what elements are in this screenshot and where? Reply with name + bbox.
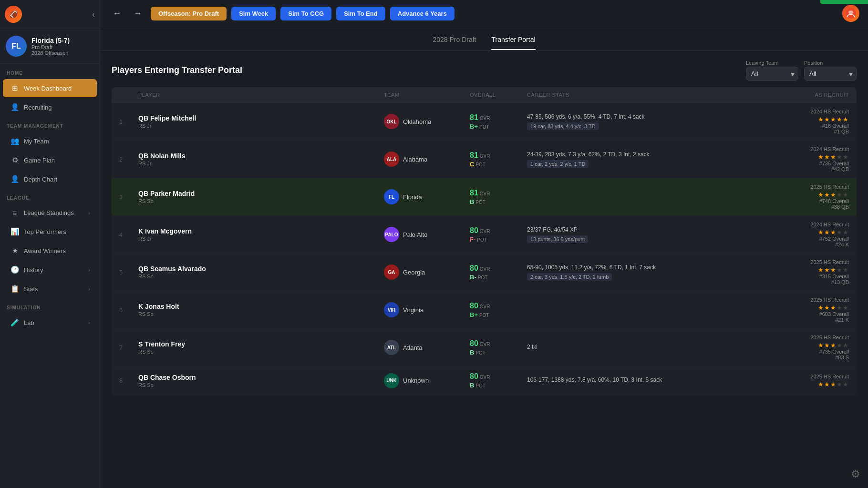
sidebar-item-recruiting[interactable]: 👤 Recruiting: [3, 98, 97, 116]
player-cell: QB Felipe Mitchell RS Jr: [138, 114, 384, 129]
sidebar-item-label: Lab: [24, 319, 34, 326]
player-class: RS Jr: [138, 161, 384, 166]
recruit-rank-overall: #18 Overall: [773, 123, 849, 129]
back-button[interactable]: ←: [109, 7, 125, 20]
col-player: Player: [138, 92, 384, 98]
table-row[interactable]: 1 QB Felipe Mitchell RS Jr OKL Oklahoma …: [112, 103, 857, 141]
ovr-label: OVR: [480, 229, 490, 234]
pot-label: POT: [479, 313, 489, 318]
player-name: QB Chase Osborn: [138, 374, 384, 381]
row-number: 4: [119, 231, 138, 238]
ovr-value: 81: [470, 189, 478, 197]
row-number: 7: [119, 344, 138, 351]
stars: ★★★★★: [773, 191, 849, 198]
sidebar-item-lab[interactable]: 🧪 Lab ›: [3, 314, 97, 332]
recruit-rank-pos: #24 K: [773, 242, 849, 247]
team-cell: FL Florida: [384, 189, 470, 204]
ovr-label: OVR: [480, 342, 490, 347]
team-cell: GA Georgia: [384, 264, 470, 280]
sidebar-item-label: Week Dashboard: [24, 85, 72, 92]
row-number: 2: [119, 156, 138, 163]
recruit-cell: 2024 HS Recruit ★★★★★ #735 Overall #42 Q…: [773, 146, 849, 172]
pot-label: POT: [475, 200, 486, 205]
stats-cell: 47-85, 506 yds, 6 y/a, 55%, 4 TD, 7 Int,…: [527, 113, 773, 130]
recruit-cell: 2024 HS Recruit ★★★★★ #752 Overall #24 K: [773, 222, 849, 247]
pot-row: B+ POT: [470, 311, 527, 318]
tab-bar: 2028 Pro Draft Transfer Portal: [100, 27, 868, 51]
sim-end-button[interactable]: Sim To End: [336, 7, 385, 20]
table-row[interactable]: 5 QB Seamus Alvarado RS So GA Georgia 80…: [112, 254, 857, 291]
ovr-label: OVR: [480, 266, 490, 272]
overall-cell: 80 OVR F- POT: [470, 226, 527, 243]
sim-week-button[interactable]: Sim Week: [231, 7, 276, 20]
recruit-cell: 2025 HS Recruit ★★★★★ #735 Overall #83 S: [773, 335, 849, 360]
stars: ★★★★★: [773, 116, 849, 123]
team-name-cell: Florida: [403, 193, 422, 201]
player-class: RS So: [138, 349, 384, 355]
section-label-home: HOME: [0, 64, 100, 79]
sidebar-item-top-performers[interactable]: 📊 Top Performers: [3, 223, 97, 241]
table-row[interactable]: 3 QB Parker Madrid RS So FL Florida 81 O…: [112, 178, 857, 216]
pot-row: B POT: [470, 349, 527, 356]
player-cell: QB Chase Osborn RS So: [138, 374, 384, 388]
ovr-row: 80 OVR: [470, 372, 527, 381]
ovr-row: 80 OVR: [470, 302, 527, 310]
team-name: Florida (5-7): [31, 37, 70, 44]
player-name: QB Seamus Alvarado: [138, 265, 384, 273]
sidebar-item-label: Top Performers: [24, 228, 66, 235]
recruit-rank-pos: #38 QB: [773, 204, 849, 210]
offseason-button[interactable]: Offseason: Pro Draft: [151, 7, 227, 20]
recruit-rank-pos: #1 QB: [773, 129, 849, 134]
position-filter-group: Position All: [804, 60, 857, 81]
player-name: QB Felipe Mitchell: [138, 114, 384, 122]
stats-cell: 106-177, 1388 yds, 7.8 y/a, 60%, 10 TD, …: [527, 376, 773, 385]
ovr-value: 80: [470, 302, 478, 310]
sidebar-item-award-winners[interactable]: ★ Award Winners: [3, 242, 97, 260]
team-badge: GA: [384, 264, 399, 280]
pot-row: B+ POT: [470, 123, 527, 130]
player-cell: QB Nolan Mills RS Jr: [138, 152, 384, 166]
advance-button[interactable]: Advance 6 Years: [390, 7, 455, 20]
settings-button[interactable]: ⚙: [851, 468, 860, 480]
sim-ccg-button[interactable]: Sim To CCG: [280, 7, 331, 20]
tab-pro-draft[interactable]: 2028 Pro Draft: [433, 33, 476, 50]
players-table: Player Team Overall Career Stats As Recr…: [112, 87, 857, 395]
table-row[interactable]: 4 K Ivan Mcgovern RS Jr PALO Palo Alto 8…: [112, 216, 857, 254]
pot-label: POT: [475, 162, 486, 167]
table-row[interactable]: 8 QB Chase Osborn RS So UNK Unknown 80 O…: [112, 366, 857, 395]
sidebar-item-game-plan[interactable]: ⚙ Game Plan: [3, 151, 97, 169]
overall-cell: 80 OVR B- POT: [470, 264, 527, 281]
topbar-right: [842, 5, 859, 22]
sidebar-collapse-button[interactable]: ‹: [92, 10, 95, 20]
ovr-row: 81 OVR: [470, 151, 527, 160]
pot-row: B- POT: [470, 274, 527, 281]
table-row[interactable]: 7 S Trenton Frey RS So ATL Atlanta 80 OV…: [112, 329, 857, 366]
recruit-year: 2025 HS Recruit: [773, 184, 849, 190]
sidebar-item-my-team[interactable]: 👥 My Team: [3, 132, 97, 150]
table-row[interactable]: 6 K Jonas Holt RS So VIR Virginia 80 OVR…: [112, 291, 857, 329]
sidebar-item-league-standings[interactable]: ≡ League Standings ›: [3, 204, 97, 222]
league-standings-icon: ≡: [10, 209, 20, 217]
position-select[interactable]: All: [804, 67, 857, 81]
forward-button[interactable]: →: [130, 7, 146, 20]
stars: ★★★★★: [773, 266, 849, 274]
sidebar-item-label: Award Winners: [24, 247, 66, 254]
row-number: 1: [119, 118, 138, 125]
player-cell: QB Seamus Alvarado RS So: [138, 265, 384, 279]
team-badge: VIR: [384, 302, 399, 317]
pot-row: C POT: [470, 161, 527, 168]
leaving-team-select[interactable]: All: [746, 67, 798, 81]
team-sub1: Pro Draft: [31, 44, 70, 50]
pot-value: B+: [470, 311, 478, 318]
player-name: QB Parker Madrid: [138, 190, 384, 197]
table-row[interactable]: 2 QB Nolan Mills RS Jr ALA Alabama 81 OV…: [112, 141, 857, 178]
stats-cell: 23/37 FG, 46/54 XP 13 punts, 36.8 yds/pu…: [527, 226, 773, 243]
ovr-label: OVR: [480, 191, 490, 196]
sidebar-item-stats[interactable]: 📋 Stats ›: [3, 280, 97, 298]
tab-transfer-portal[interactable]: Transfer Portal: [491, 33, 535, 50]
sidebar-item-depth-chart[interactable]: 👤 Depth Chart: [3, 170, 97, 188]
sidebar-item-history[interactable]: 🕐 History ›: [3, 261, 97, 279]
sidebar-item-week-dashboard[interactable]: ⊞ Week Dashboard: [3, 79, 97, 97]
recruit-rank-overall: #315 Overall: [773, 274, 849, 279]
stats-icon: 📋: [10, 285, 20, 293]
